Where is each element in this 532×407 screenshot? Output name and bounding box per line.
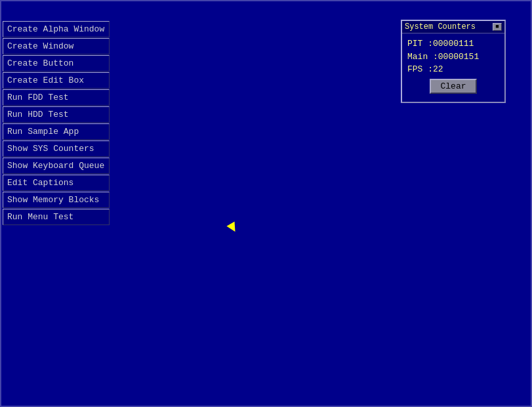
panel-titlebar: System Counters ■ — [402, 21, 504, 33]
clear-button[interactable]: Clear — [430, 79, 476, 94]
counter-row-main: Main :00000151 — [407, 51, 499, 64]
run-hdd-test-button[interactable]: Run HDD Test — [3, 106, 110, 123]
run-fdd-test-button[interactable]: Run FDD Test — [3, 89, 110, 106]
edit-captions-button[interactable]: Edit Captions — [3, 175, 110, 191]
run-sample-app-button[interactable]: Run Sample App — [3, 123, 110, 140]
main-background: Create Alpha WindowCreate WindowCreate B… — [0, 0, 532, 407]
counter-row-pit: PIT :00000111 — [407, 37, 499, 51]
run-menu-test-button[interactable]: Run Menu Test — [3, 209, 110, 225]
clear-button-row: Clear — [407, 76, 499, 98]
show-memory-blocks-button[interactable]: Show Memory Blocks — [3, 192, 110, 208]
show-sys-counters-button[interactable]: Show SYS Counters — [3, 140, 110, 157]
panel-content: PIT :00000111 Main :00000151 FPS :22 Cle… — [402, 33, 504, 102]
system-counters-panel: System Counters ■ PIT :00000111 Main :00… — [401, 20, 506, 103]
create-edit-box-button[interactable]: Create Edit Box — [3, 72, 110, 89]
counter-row-fps: FPS :22 — [407, 63, 499, 76]
create-window-button[interactable]: Create Window — [3, 38, 110, 54]
create-button-button[interactable]: Create Button — [3, 55, 110, 72]
sidebar: Create Alpha WindowCreate WindowCreate B… — [3, 21, 110, 226]
show-keyboard-queue-button[interactable]: Show Keyboard Queue — [3, 158, 110, 174]
panel-close-button[interactable]: ■ — [493, 23, 502, 31]
panel-title: System Counters — [405, 22, 476, 32]
cursor — [226, 221, 239, 234]
create-alpha-window-button[interactable]: Create Alpha Window — [3, 21, 110, 37]
